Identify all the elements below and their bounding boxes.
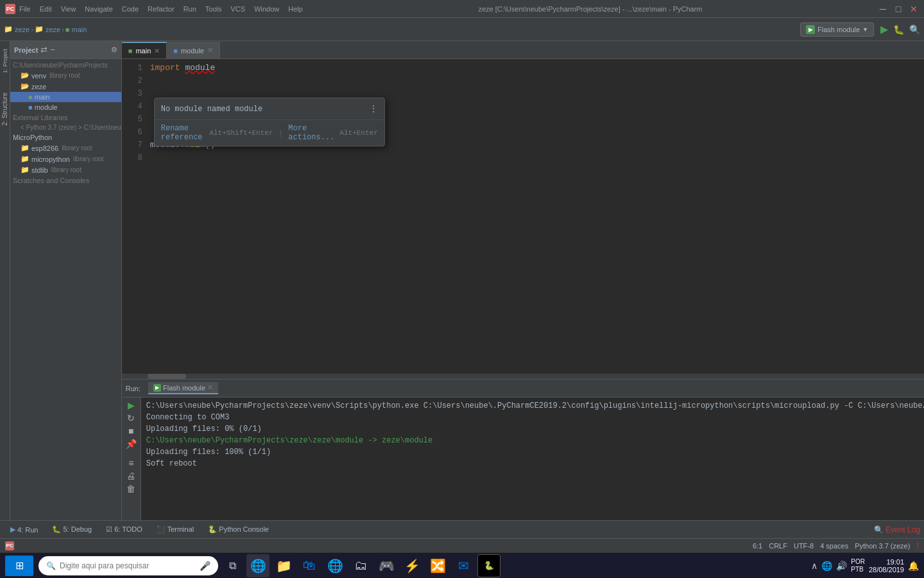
tab-label-todo: ☑ 6: TODO [106,525,142,534]
menu-tools[interactable]: Tools [205,5,222,13]
menu-refactor[interactable]: Refactor [148,5,175,13]
taskbar-app-task-view[interactable]: ⧉ [221,554,244,577]
editor-tab-main[interactable]: ■ main ✕ [122,42,167,58]
event-log-link[interactable]: 🔍 Event Log [874,525,920,534]
taskbar-app-games[interactable]: 🎮 [375,554,398,577]
folder-icon-bc1: 📁 [4,25,13,33]
flash-module-dropdown-arrow[interactable]: ▼ [862,26,868,33]
more-actions-link[interactable]: More actions... [288,124,334,142]
editor-tab-module[interactable]: ■ module ✕ [167,42,220,58]
tree-item-external-libs[interactable]: External Libraries [10,112,121,123]
run-tab-close[interactable]: ✕ [207,383,213,392]
taskbar-app-git[interactable]: 🔀 [426,554,449,577]
maximize-button[interactable]: □ [893,4,903,14]
taskbar-search[interactable]: 🔍 🎤 [38,556,218,575]
taskbar-app-store[interactable]: 🛍 [298,554,321,577]
menu-window[interactable]: Window [254,5,279,13]
tab-close-module[interactable]: ✕ [207,46,213,55]
taskbar-app-chrome[interactable]: 🌐 [323,554,346,577]
minimize-button[interactable]: ─ [878,4,888,14]
menu-navigate[interactable]: Navigate [85,5,112,13]
tree-item-esp8266[interactable]: 📁 esp8266 library root [10,143,121,153]
menu-edit[interactable]: Edit [40,5,52,13]
tooltip-menu-icon[interactable]: ⋮ [369,103,378,114]
breadcrumb-zeze2[interactable]: 📁 zeze [35,25,60,33]
run-play-icon[interactable]: ▶ [128,400,135,410]
rename-reference-link[interactable]: Rename reference [161,124,205,142]
taskbar-app-windows[interactable]: 🗂 [349,554,372,577]
tree-item-module[interactable]: ■ module [10,102,121,112]
run-tab-flash-module[interactable]: ▶ Flash module ✕ [148,382,218,394]
tree-item-venv[interactable]: 📂 venv library root [10,70,121,81]
vert-tab-structure[interactable]: 2: Structure [0,90,10,128]
menu-run[interactable]: Run [184,5,196,13]
bottom-tab-python-console[interactable]: 🐍 Python Console [201,524,275,535]
tree-item-micropython[interactable]: MicroPython [10,132,121,143]
status-line-col[interactable]: 6:1 [753,542,762,550]
taskbar-network-icon[interactable]: 🌐 [821,561,832,571]
flash-module-button[interactable]: ▶ Flash module ▼ [800,22,874,37]
panel-settings-icon[interactable]: ⚙ [111,46,117,54]
code-editor[interactable]: No module named module ⋮ Rename referenc… [122,59,924,374]
taskbar-arrow-icon[interactable]: ∧ [811,561,817,571]
taskbar-app-mail[interactable]: ✉ [452,554,475,577]
search-mic-icon: 🔍 [46,561,56,570]
tab-close-main[interactable]: ✕ [154,47,160,55]
run-pin-icon[interactable]: 📌 [126,439,137,449]
taskbar-volume-icon[interactable]: 🔊 [836,561,847,571]
tree-item-python37[interactable]: < Python 3.7 (zeze) > C:\Users\neu [10,123,121,132]
bottom-tab-run[interactable]: ▶ 4: Run [4,524,44,535]
taskbar-search-input[interactable] [60,561,196,570]
taskbar-notification-icon[interactable]: 🔔 [908,561,919,571]
scrollbar-thumb[interactable] [148,374,186,379]
menu-view[interactable]: View [61,5,76,13]
status-crlf[interactable]: CRLF [769,542,787,550]
code-content-2[interactable] [148,74,924,87]
toolbar: 📁 zeze › 📁 zeze › ■ main ▶ Flash module … [0,18,924,41]
menu-help[interactable]: Help [288,5,303,13]
search-everywhere-button[interactable]: 🔍 [909,24,920,35]
app-logo: PC [5,4,15,14]
run-filter-icon[interactable]: 🖨 [126,471,135,481]
tree-item-main[interactable]: ■ main [10,92,121,102]
code-content-8[interactable] [148,152,924,164]
tree-item-stdlib[interactable]: 📁 stdlib library root [10,164,121,175]
status-spaces[interactable]: 4 spaces [820,542,848,550]
taskbar-app-pycharm[interactable]: 🐍 [477,554,501,577]
status-python[interactable]: Python 3.7 (zeze) [855,542,910,550]
debug-button[interactable]: 🐛 [893,24,904,35]
bottom-tab-terminal[interactable]: ⬛ Terminal [150,524,200,535]
run-button[interactable]: ▶ [880,23,888,35]
run-rerun-icon[interactable]: ↻ [127,413,135,423]
bottom-tab-todo[interactable]: ☑ 6: TODO [99,524,149,535]
tree-item-scratches[interactable]: Scratches and Consoles [10,175,121,186]
start-button[interactable]: ⊞ [5,556,33,576]
taskbar-language[interactable]: PORPTB [851,558,865,574]
status-encoding[interactable]: UTF-8 [794,542,814,550]
run-stop-icon[interactable]: ■ [128,426,133,436]
taskbar-clock[interactable]: 19:01 28/08/2019 [869,558,904,574]
taskbar-app-explorer[interactable]: 📁 [272,554,295,577]
run-scroll-icon[interactable]: ≡ [128,458,133,468]
menu-vcs[interactable]: VCS [231,5,246,13]
code-content-1[interactable]: import module [148,62,924,74]
taskbar-app-visualstudio[interactable]: ⚡ [400,554,424,577]
menu-file[interactable]: File [19,5,31,13]
breadcrumb-zeze1[interactable]: 📁 zeze [4,25,30,33]
tree-item-micropython-lib[interactable]: 📁 micropython library root [10,153,121,164]
vert-tab-project[interactable]: 1: Project [1,46,10,76]
editor-scrollbar[interactable] [122,374,924,379]
taskbar-mic-icon[interactable]: 🎤 [200,561,210,571]
taskbar-app-edge[interactable]: 🌐 [246,554,270,577]
bottom-tab-debug[interactable]: 🐛 5: Debug [46,524,98,535]
menu-code[interactable]: Code [122,5,139,13]
panel-collapse-icon[interactable]: − [50,45,55,55]
breadcrumb-main[interactable]: ■ main [65,26,87,33]
run-trash-icon[interactable]: 🗑 [126,484,135,494]
tree-item-path[interactable]: C:\Users\neube\PycharmProjects [10,60,121,70]
status-error-icon[interactable]: ! [916,541,919,550]
tree-item-zeze[interactable]: 📂 zeze [10,81,121,92]
close-button[interactable]: ✕ [909,4,919,14]
folder-icon-stdlib: 📁 [21,166,30,174]
panel-sync-icon[interactable]: ⇄ [40,45,47,55]
